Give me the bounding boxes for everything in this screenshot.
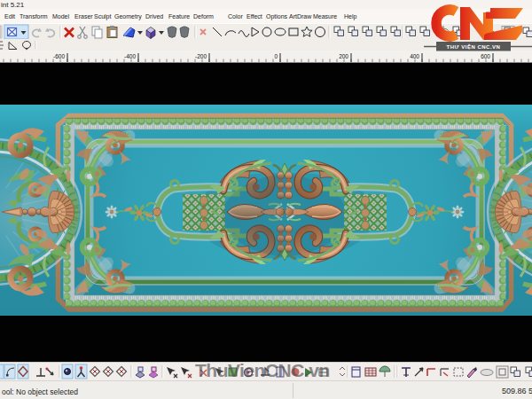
svg-text:400: 400	[410, 53, 419, 59]
svg-text:0: 0	[274, 53, 278, 59]
svg-text:-200: -200	[195, 53, 207, 59]
svg-text:-400: -400	[124, 53, 136, 59]
svg-text:600: 600	[481, 53, 490, 59]
svg-text:THƯ VIỆN CNC.VN: THƯ VIỆN CNC.VN	[447, 43, 501, 50]
svg-text:-600: -600	[53, 53, 65, 59]
svg-text:200: 200	[339, 53, 348, 59]
